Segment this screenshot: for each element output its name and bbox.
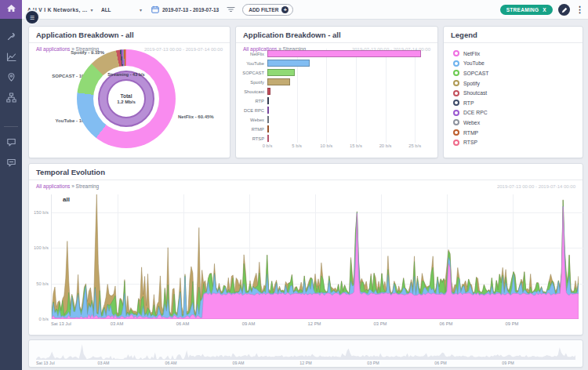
edit-button[interactable]	[558, 4, 570, 16]
legend-item-sopcast[interactable]: SOPCAST	[453, 68, 578, 78]
legend-item-shoutcast[interactable]: Shoutcast	[453, 88, 578, 98]
legend-dot	[453, 119, 459, 125]
bar-sopcast[interactable]	[267, 69, 295, 76]
pencil-icon	[561, 2, 568, 16]
bar-dce-rpc[interactable]	[267, 107, 269, 114]
bar-gridline	[386, 49, 387, 143]
overview-x-tick: 03 PM	[367, 361, 379, 365]
legend-dot	[453, 140, 459, 146]
panel-legend: Legend NetFlixYouTubeSOPCASTSpotifyShout…	[443, 26, 583, 158]
bar-label-youtube: YouTube	[236, 61, 264, 66]
bar-gridline	[356, 49, 357, 143]
donut-inner-ring-label: Streaming - 43 b/s	[77, 72, 176, 77]
legend-label: NetFlix	[463, 51, 480, 56]
temporal-y-tick: 0 b/s	[30, 317, 49, 321]
sidebar-item-feedback[interactable]	[0, 152, 22, 172]
filter-tag-label: STREAMING	[506, 7, 539, 13]
overview-x-tick: 09 AM	[232, 361, 244, 365]
temporal-chart[interactable]: all	[51, 194, 579, 319]
bar-gridline	[326, 49, 327, 143]
bar-label-rtmp: RTMP	[236, 127, 264, 132]
sidebar-item-chat[interactable]	[0, 132, 22, 152]
date-range-value: 2019-07-13 - 2019-07-13	[162, 7, 219, 13]
legend-label: SOPCAST	[463, 71, 488, 76]
legend-item-rtsp[interactable]: RTSP	[453, 137, 578, 147]
panel-application-breakdown-bars: Application Breakdown - all All applicat…	[235, 26, 438, 158]
panel-meta: All applications » Streaming 2019-07-13 …	[29, 180, 583, 190]
legend-label: Webex	[463, 120, 480, 125]
donut-center: Total 1.2 Mb/s	[107, 79, 146, 118]
sidebar-collapse-toggle[interactable]: ☰	[24, 9, 40, 25]
legend-item-rtmp[interactable]: RTMP	[453, 128, 578, 138]
filter-tag-streaming[interactable]: STREAMING X	[500, 5, 553, 15]
chat-bubble-icon	[6, 137, 16, 147]
panel-overview-brush: Sat 13 Jul03 AM06 AM09 AM12 PM03 PM06 PM…	[28, 339, 583, 368]
bar-rtmp[interactable]	[267, 125, 269, 132]
panel-title: Application Breakdown - all	[236, 27, 437, 43]
legend-list: NetFlixYouTubeSOPCASTSpotifyShoutcastRTP…	[453, 49, 578, 147]
legend-dot	[453, 70, 459, 76]
bar-shoutcast[interactable]	[267, 88, 270, 95]
breadcrumb-link[interactable]: All applications	[36, 183, 70, 189]
legend-dot	[453, 80, 459, 86]
sidebar-item-topology[interactable]	[0, 87, 22, 107]
legend-item-spotify[interactable]: Spotify	[453, 78, 578, 89]
legend-label: YouTube	[463, 60, 485, 66]
donut-chart[interactable]: Total 1.2 Mb/s Streaming - 43 b/s	[77, 49, 176, 148]
sidebar-item-traffic[interactable]	[0, 46, 22, 67]
panel-application-breakdown-donut: Application Breakdown - all All applicat…	[28, 26, 230, 158]
legend-item-webex[interactable]: Webex	[453, 118, 578, 128]
legend-item-netflix[interactable]: NetFlix	[453, 49, 578, 59]
legend-item-dce-rpc[interactable]: DCE RPC	[453, 108, 578, 118]
bar-x-tick: 20 b/s	[379, 143, 392, 148]
bar-label-rtsp: RTSP	[236, 136, 264, 141]
bar-label-shoutcast: Shoutcast	[236, 89, 264, 94]
bar-label-spotify: Spotify	[236, 80, 264, 85]
wrench-icon	[6, 31, 16, 42]
legend-item-rtp[interactable]: RTP	[453, 98, 578, 108]
legend-dot	[453, 90, 459, 96]
bar-rtsp[interactable]	[267, 135, 269, 142]
home-icon	[6, 2, 16, 16]
temporal-x-tick: 06 PM	[440, 321, 453, 326]
scope-dropdown[interactable]: ALL ▾	[101, 7, 142, 13]
sidebar-item-map[interactable]	[0, 67, 22, 87]
bar-label-webex: Webex	[236, 118, 264, 122]
add-filter-button[interactable]: ADD FILTER +	[242, 4, 293, 16]
legend-label: RTP	[463, 100, 474, 106]
donut-callout-netflix: NetFlix - 60.45%	[178, 114, 228, 119]
bar-spotify[interactable]	[267, 78, 290, 85]
temporal-y-tick: 150 b/s	[30, 210, 49, 215]
hamburger-icon: ☰	[30, 15, 34, 20]
legend-item-youtube[interactable]: YouTube	[453, 59, 578, 69]
bar-netflix[interactable]	[267, 50, 421, 57]
temporal-area-netflix	[52, 207, 579, 319]
traffic-dashboard: ☰ A U V I K Networks, ... ▾ ALL ▾ 2019-0…	[0, 0, 588, 370]
remove-tag-icon[interactable]: X	[543, 7, 546, 13]
donut-total-label: Total	[120, 93, 132, 99]
bar-label-dce-rpc: DCE RPC	[236, 108, 264, 113]
bar-chart: 0 b/s5 b/s10 b/s15 b/s20 b/s25 b/sNetFli…	[236, 49, 437, 147]
date-range-picker[interactable]: 2019-07-13 - 2019-07-13	[151, 2, 219, 16]
add-filter-label: ADD FILTER	[249, 7, 278, 13]
sidebar-item-home[interactable]	[0, 0, 22, 19]
more-options-menu[interactable]: ⋮	[575, 5, 584, 14]
temporal-x-tick: 03 AM	[111, 321, 123, 326]
temporal-x-tick: Sat 13 Jul	[51, 321, 71, 326]
time-range-label: 2019-07-13 00:00 - 2019-07-14 00:00	[497, 184, 575, 189]
bar-x-tick: 0 b/s	[263, 143, 273, 148]
legend-label: RTSP	[463, 140, 477, 145]
chevron-down-icon: ▾	[91, 7, 93, 13]
bar-x-tick: 5 b/s	[292, 143, 302, 148]
bar-webex[interactable]	[267, 116, 269, 123]
overview-chart[interactable]	[36, 343, 575, 360]
bar-rtp[interactable]	[267, 97, 269, 104]
legend-label: RTMP	[463, 130, 478, 136]
sidebar-item-tools[interactable]	[0, 26, 22, 46]
chevron-down-icon: ▾	[140, 7, 142, 13]
filter-lines-icon[interactable]	[227, 2, 235, 16]
topbar-actions: STREAMING X ⋮	[500, 4, 584, 16]
panel-title: Legend	[444, 27, 583, 43]
bar-youtube[interactable]	[267, 60, 310, 67]
legend-label: Spotify	[463, 81, 480, 86]
